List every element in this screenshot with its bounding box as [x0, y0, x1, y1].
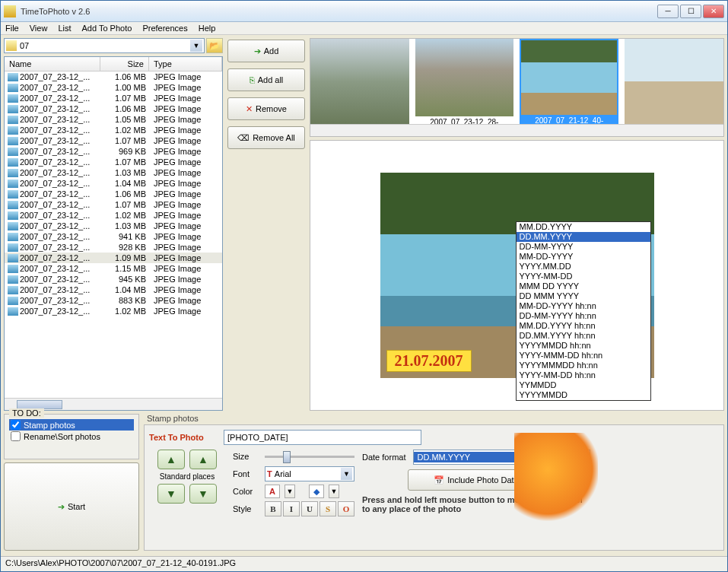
- text-color-button[interactable]: A: [265, 485, 280, 498]
- col-name-header[interactable]: Name: [5, 57, 100, 71]
- folder-combo[interactable]: 07 ▼: [4, 38, 205, 53]
- chevron-down-icon[interactable]: ▼: [341, 468, 352, 480]
- style-u-button[interactable]: U: [301, 501, 318, 516]
- file-row[interactable]: 2007_07_23-12_...1.07 MBJPEG Image: [5, 199, 222, 210]
- file-row[interactable]: 2007_07_23-12_...969 KBJPEG Image: [5, 146, 222, 157]
- file-row[interactable]: 2007_07_23-12_...1.15 MBJPEG Image: [5, 263, 222, 274]
- remove-all-button[interactable]: ⌫Remove All: [227, 126, 305, 149]
- thumbnail-item[interactable]: -12_26-0284.JPG: [310, 39, 409, 136]
- preview-panel[interactable]: 21.07.2007 MM.DD.YYYYDD.MM.YYYYDD-MM-YYY…: [310, 140, 724, 411]
- menu-list[interactable]: List: [58, 24, 71, 33]
- date-format-dropdown-list[interactable]: MM.DD.YYYYDD.MM.YYYYDD-MM-YYYYMM-DD-YYYY…: [516, 221, 651, 401]
- close-button[interactable]: ✕: [703, 5, 724, 18]
- stamp-photos-checkbox[interactable]: Stamp photos: [9, 419, 134, 431]
- date-format-option[interactable]: DD-MM-YYYY: [517, 242, 650, 252]
- date-format-option[interactable]: YYYY-MM-DD: [517, 272, 650, 281]
- style-i-button[interactable]: I: [283, 501, 300, 516]
- file-row[interactable]: 2007_07_23-12_...941 KBJPEG Image: [5, 231, 222, 242]
- image-file-icon: [8, 243, 18, 252]
- date-format-option[interactable]: DD.MM.YYYY hh:nn: [517, 331, 650, 341]
- add-button[interactable]: ➔Add: [227, 40, 305, 62]
- file-row[interactable]: 2007_07_23-12_...1.07 MBJPEG Image: [5, 157, 222, 167]
- thumbnail-item[interactable]: 2007_07_18: [625, 39, 723, 136]
- file-row[interactable]: 2007_07_23-12_...928 KBJPEG Image: [5, 242, 222, 253]
- date-format-option[interactable]: MM-DD-YYYY: [517, 252, 650, 262]
- image-file-icon: [8, 94, 18, 103]
- menu-add-to-photo[interactable]: Add To Photo: [82, 24, 132, 33]
- folder-icon: [6, 40, 17, 51]
- date-format-option[interactable]: YYYYMMMDD hh:nn: [517, 361, 650, 370]
- file-row[interactable]: 2007_07_23-12_...883 KBJPEG Image: [5, 295, 222, 306]
- file-row[interactable]: 2007_07_23-12_...1.04 MBJPEG Image: [5, 178, 222, 189]
- col-type-header[interactable]: Type: [149, 57, 222, 71]
- date-format-option[interactable]: YYYYMMDD hh:nn: [517, 341, 650, 351]
- date-format-option[interactable]: MM.DD.YYYY: [517, 222, 650, 232]
- image-file-icon: [8, 307, 18, 316]
- file-row[interactable]: 2007_07_23-12_...1.02 MBJPEG Image: [5, 210, 222, 221]
- folder-up-button[interactable]: 📂: [206, 38, 223, 53]
- titlebar: TimeToPhoto v 2.6 ─ ☐ ✕: [1, 1, 727, 22]
- date-format-label: Date format: [362, 453, 405, 462]
- date-format-option[interactable]: YYMMDD: [517, 380, 650, 390]
- date-format-option[interactable]: MM.DD.YYYY hh:nn: [517, 321, 650, 331]
- color-label: Color: [233, 487, 260, 496]
- text-to-photo-input[interactable]: [PHOTO_DATE]: [224, 430, 421, 445]
- file-row[interactable]: 2007_07_23-12_...1.00 MBJPEG Image: [5, 82, 222, 93]
- place-down-left-button[interactable]: ▼: [157, 484, 185, 504]
- file-row[interactable]: 2007_07_23-12_...1.02 MBJPEG Image: [5, 306, 222, 316]
- style-b-button[interactable]: B: [265, 501, 281, 516]
- date-format-option[interactable]: YYYY-MMM-DD hh:nn: [517, 351, 650, 361]
- maximize-button[interactable]: ☐: [680, 5, 701, 18]
- menu-help[interactable]: Help: [199, 24, 216, 33]
- thumbnail-image: [521, 40, 617, 115]
- minimize-button[interactable]: ─: [657, 5, 679, 18]
- date-format-option[interactable]: DD-MM-YYYY hh:nn: [517, 311, 650, 321]
- menu-file[interactable]: File: [5, 24, 19, 33]
- place-up-left-button[interactable]: ▲: [157, 450, 185, 469]
- file-row[interactable]: 2007_07_23-12_...1.03 MBJPEG Image: [5, 221, 222, 231]
- date-format-option[interactable]: YYYY.MM.DD: [517, 262, 650, 272]
- file-row[interactable]: 2007_07_23-12_...1.07 MBJPEG Image: [5, 135, 222, 146]
- size-slider[interactable]: [265, 450, 354, 463]
- file-row[interactable]: 2007_07_23-12_...945 KBJPEG Image: [5, 274, 222, 284]
- date-format-option[interactable]: MM-DD-YYYY hh:nn: [517, 301, 650, 311]
- thumbnail-item[interactable]: 2007_07_23-12_28-0286.JPG: [415, 39, 514, 136]
- file-list: Name Size Type 2007_07_23-12_...1.06 MBJ…: [4, 56, 223, 411]
- place-down-right-button[interactable]: ▼: [189, 484, 217, 504]
- col-size-header[interactable]: Size: [100, 57, 149, 71]
- add-all-icon: ⎘: [250, 75, 255, 84]
- start-button[interactable]: ➔Start: [4, 462, 139, 551]
- style-o-button[interactable]: O: [338, 501, 354, 516]
- file-row[interactable]: 2007_07_23-12_...1.03 MBJPEG Image: [5, 167, 222, 178]
- date-format-option[interactable]: YYYY-MM-DD hh:nn: [517, 370, 650, 380]
- menu-preferences[interactable]: Preferences: [142, 24, 187, 33]
- file-row[interactable]: 2007_07_23-12_...1.05 MBJPEG Image: [5, 114, 222, 125]
- file-row[interactable]: 2007_07_23-12_...1.04 MBJPEG Image: [5, 284, 222, 295]
- thumbnail-item[interactable]: 2007_07_21-12_40-0191.JPG: [520, 39, 618, 136]
- file-row[interactable]: 2007_07_23-12_...1.06 MBJPEG Image: [5, 189, 222, 199]
- file-row[interactable]: 2007_07_23-12_...1.02 MBJPEG Image: [5, 125, 222, 135]
- image-file-icon: [8, 265, 18, 273]
- date-stamp-overlay[interactable]: 21.07.2007: [386, 350, 472, 372]
- date-format-option[interactable]: YYYYMMDD: [517, 390, 650, 400]
- file-row[interactable]: 2007_07_23-12_...1.06 MBJPEG Image: [5, 103, 222, 114]
- rename-sort-checkbox[interactable]: Rename\Sort photos: [9, 431, 134, 442]
- place-up-right-button[interactable]: ▲: [189, 450, 217, 469]
- add-all-button[interactable]: ⎘Add all: [227, 68, 305, 91]
- file-row[interactable]: 2007_07_23-12_...1.07 MBJPEG Image: [5, 93, 222, 103]
- calendar-icon: 📅: [434, 475, 444, 485]
- chevron-down-icon[interactable]: ▼: [190, 40, 202, 52]
- bg-color-button[interactable]: ◆: [309, 485, 324, 498]
- thumb-scrollbar[interactable]: [310, 124, 723, 136]
- style-s-button[interactable]: S: [319, 501, 336, 516]
- menu-view[interactable]: View: [30, 24, 48, 33]
- font-select[interactable]: T Arial▼: [265, 466, 354, 481]
- file-row[interactable]: 2007_07_23-12_...1.09 MBJPEG Image: [5, 253, 222, 263]
- date-format-option[interactable]: MMM DD YYYY: [517, 281, 650, 291]
- remove-button[interactable]: ✕Remove: [227, 97, 305, 120]
- text-color-dropdown[interactable]: ▼: [285, 485, 295, 498]
- date-format-option[interactable]: DD.MM.YYYY: [517, 232, 650, 242]
- date-format-option[interactable]: DD MMM YYYY: [517, 291, 650, 301]
- bg-color-dropdown[interactable]: ▼: [329, 485, 339, 498]
- file-row[interactable]: 2007_07_23-12_...1.06 MBJPEG Image: [5, 72, 222, 82]
